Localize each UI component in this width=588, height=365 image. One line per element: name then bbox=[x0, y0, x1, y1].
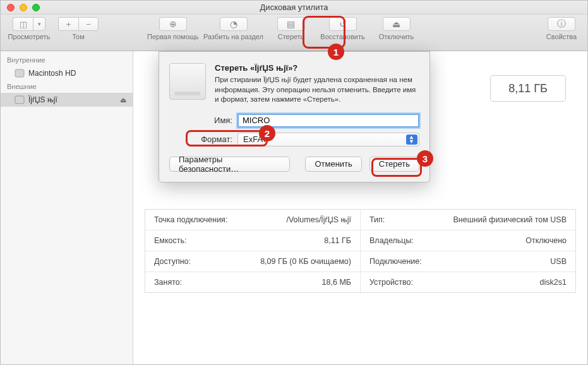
format-label: Формат: bbox=[169, 135, 232, 144]
security-options-button[interactable]: Параметры безопасности… bbox=[169, 157, 290, 172]
partition-icon: ◔ bbox=[230, 19, 237, 29]
disk-large-icon bbox=[169, 63, 206, 100]
external-disk-icon bbox=[15, 95, 25, 105]
erase-label: Стереть bbox=[278, 33, 304, 40]
det-label: Емкость: bbox=[154, 236, 186, 245]
volume-label: Том bbox=[72, 33, 85, 40]
det-val: Отключено bbox=[525, 236, 567, 245]
sidebar-item-label: ÏjŕЏЅ њjї bbox=[28, 95, 57, 104]
det-val: /Volumes/ÏjŕЏЅ њjї bbox=[286, 215, 351, 224]
capacity-badge: 8,11 ГБ bbox=[490, 75, 566, 102]
titlebar: Дисковая утилита bbox=[1, 1, 587, 15]
view-label: Просмотреть bbox=[8, 33, 51, 40]
det-label: Точка подключения: bbox=[154, 215, 227, 224]
confirm-erase-label: Стереть bbox=[379, 159, 410, 169]
firstaid-button[interactable]: ⊕ bbox=[159, 17, 187, 31]
sidebar-header-external: Внешние bbox=[1, 80, 133, 93]
name-label: Имя: bbox=[169, 116, 232, 125]
det-label: Занято: bbox=[154, 278, 182, 287]
firstaid-icon: ⊕ bbox=[169, 19, 177, 29]
unmount-label: Отключить bbox=[379, 33, 414, 40]
sheet-text: При стирании ÏjŕЏЅ њjї будет удалена сох… bbox=[215, 75, 419, 105]
erase-icon: ▤ bbox=[287, 19, 295, 29]
erase-button[interactable]: ▤ bbox=[277, 17, 305, 31]
annotation-callout-2: 2 bbox=[259, 125, 275, 141]
eject-icon[interactable]: ⏏ bbox=[120, 96, 126, 104]
sidebar-item-macintosh-hd[interactable]: Macintosh HD bbox=[1, 66, 133, 80]
info-label: Свойства bbox=[546, 33, 577, 40]
det-val: 8,09 ГБ (0 КБ очищаемо) bbox=[260, 257, 351, 266]
volume-details-table: Точка подключения:/Volumes/ÏjŕЏЅ њjї Тип… bbox=[145, 209, 576, 293]
det-label: Подключение: bbox=[369, 257, 422, 266]
view-button[interactable]: ◫ ▾ bbox=[13, 17, 45, 31]
info-icon: ⓘ bbox=[557, 18, 566, 30]
sidebar-icon: ◫ bbox=[20, 20, 27, 29]
det-label: Доступно: bbox=[154, 257, 191, 266]
cancel-label: Отменить bbox=[315, 159, 352, 169]
sidebar: Внутренние Macintosh HD Внешние ÏjŕЏЅ њj… bbox=[1, 51, 133, 364]
chevron-down-icon: ▾ bbox=[38, 21, 41, 27]
sidebar-item-label: Macintosh HD bbox=[28, 69, 76, 78]
det-label: Тип: bbox=[369, 215, 385, 224]
table-row: Доступно:8,09 ГБ (0 КБ очищаемо) Подключ… bbox=[145, 251, 575, 272]
det-label: Владельцы: bbox=[369, 236, 414, 245]
annotation-callout-3: 3 bbox=[417, 150, 433, 167]
info-button[interactable]: ⓘ bbox=[548, 17, 575, 31]
table-row: Емкость:8,11 ГБ Владельцы:Отключено bbox=[145, 230, 575, 251]
det-val: Внешний физический том USB bbox=[453, 215, 567, 224]
volume-button[interactable]: + − bbox=[58, 17, 99, 31]
table-row: Точка подключения:/Volumes/ÏjŕЏЅ њjї Тип… bbox=[145, 210, 575, 230]
confirm-erase-button[interactable]: Стереть bbox=[369, 157, 419, 172]
partition-button[interactable]: ◔ bbox=[220, 17, 248, 31]
det-val: 8,11 ГБ bbox=[324, 236, 351, 245]
det-val: USB bbox=[550, 257, 567, 266]
partition-label: Разбить на раздел bbox=[203, 33, 263, 40]
select-arrows-icon: ▲▼ bbox=[409, 135, 414, 144]
sidebar-item-external-volume[interactable]: ÏjŕЏЅ њjї ⏏ bbox=[1, 93, 133, 107]
cancel-button[interactable]: Отменить bbox=[305, 157, 361, 172]
svg-rect-0 bbox=[15, 69, 24, 77]
plus-volume-icon: + bbox=[66, 20, 71, 29]
erase-sheet: Стереть «ÏjŕЏЅ њjї»? При стирании ÏjŕЏЅ … bbox=[159, 51, 430, 182]
det-label: Устройство: bbox=[369, 278, 413, 287]
annotation-callout-1: 1 bbox=[328, 44, 344, 60]
window-title: Дисковая утилита bbox=[1, 3, 587, 12]
unmount-button[interactable]: ⏏ bbox=[383, 17, 411, 31]
det-val: 18,6 МБ bbox=[322, 278, 351, 287]
svg-rect-1 bbox=[15, 96, 24, 104]
unmount-icon: ⏏ bbox=[392, 19, 400, 29]
sidebar-header-internal: Внутренние bbox=[1, 54, 133, 66]
table-row: Занято:18,6 МБ Устройство:disk2s1 bbox=[145, 272, 575, 292]
firstaid-label: Первая помощь bbox=[147, 33, 199, 40]
det-val: disk2s1 bbox=[540, 278, 567, 287]
minus-volume-icon: − bbox=[86, 20, 91, 29]
main-panel: 8,11 ГБ Стереть «ÏjŕЏЅ њjї»? При стирани… bbox=[133, 51, 587, 364]
internal-disk-icon bbox=[15, 68, 25, 78]
sheet-title: Стереть «ÏjŕЏЅ њjї»? bbox=[215, 63, 419, 73]
security-options-label: Параметры безопасности… bbox=[179, 155, 280, 174]
toolbar: ◫ ▾ Просмотреть + − Том ⊕ Первая помощь … bbox=[1, 15, 587, 51]
